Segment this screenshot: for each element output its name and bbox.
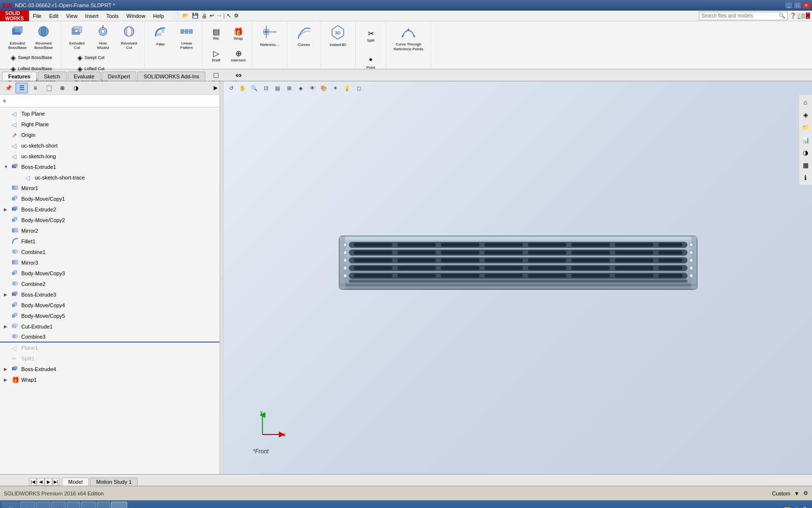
filter-input[interactable] [9,98,218,104]
tree-item-right-plane[interactable]: ◁ Right Plane [0,119,219,130]
tree-item-cut-extrude1[interactable]: ▶ Cut-Extrude1 [0,321,219,332]
close-button[interactable]: ✕ [802,2,810,9]
tree-item-body-move-copy4[interactable]: Body-Move/Copy4 [0,300,219,311]
menu-restore[interactable]: □ [801,13,805,19]
search-box[interactable]: 🔍 [699,12,788,20]
rib-button[interactable]: ▤ Rib [205,23,227,45]
taskbar-solidworks[interactable]: SW [111,502,127,508]
tree-item-boss-extrude1[interactable]: ▼ Boss-Extrude1 [0,162,219,172]
bottom-tab-motion[interactable]: Motion Study 1 [90,478,138,486]
linear-pattern-button[interactable]: Linear Pattern [174,23,199,52]
tree-item-body-move-copy3[interactable]: Body-Move/Copy3 [0,268,219,279]
tree-item-split1[interactable]: ✂ Split1 [0,353,219,364]
tree-item-origin[interactable]: ↗ Origin [0,130,219,140]
tree-item-uc-sketch-long[interactable]: ◁ uc-sketch-long [0,151,219,162]
menu-minimize[interactable]: _ [798,13,800,19]
vp-edit-appearance-btn[interactable]: 🎨 [319,83,329,93]
hole-wizard-button[interactable]: HoleWizard [90,23,116,52]
tree-item-body-move-copy1[interactable]: Body-Move/Copy1 [0,194,219,204]
bottom-nav-prev[interactable]: ◀ [37,478,44,486]
qa-settings[interactable]: ⚙ [233,12,240,20]
tree-item-mirror2[interactable]: Mirror2 [0,225,219,236]
taskbar-monitor[interactable]: 🖥 [67,502,80,508]
vp-apply-scene-btn[interactable]: ◻ [353,83,364,93]
sidebar-chart-btn[interactable]: ◑ [70,83,82,93]
menu-insert[interactable]: Insert [81,11,102,21]
sidebar-pin-btn[interactable]: 📌 [2,83,14,93]
right-icon-parts[interactable]: ◈ [800,109,811,120]
sidebar-props-btn[interactable]: 📋 [43,83,55,93]
split-button[interactable]: ✂ Split [359,23,383,48]
tree-item-body-move-copy2[interactable]: Body-Move/Copy2 [0,215,219,225]
vp-scene-btn[interactable]: ☀ [330,83,341,93]
bottom-nav-next[interactable]: ▶ [44,478,52,486]
tree-item-boss-extrude2[interactable]: ▶ Boss-Extrude2 [0,204,219,215]
curves-button[interactable]: Curves [290,23,317,49]
instant3d-button[interactable]: 3D Instant3D [323,23,352,49]
minimize-button[interactable]: _ [785,2,793,9]
tab-addins[interactable]: SOLIDWORKS Add-Ins [137,72,205,81]
vp-rotate-btn[interactable]: ↺ [226,83,236,93]
tree-item-fillet1[interactable]: Fillet1 [0,236,219,247]
tree-item-uc-sketch-short-trace[interactable]: ◁ uc-sketch-short-trace [0,172,219,183]
window-controls[interactable]: _ □ ✕ [785,2,810,9]
taskbar-msg[interactable]: 💬 [51,502,66,508]
tree-item-uc-sketch-short[interactable]: ◁ uc-sketch-short [0,140,219,151]
qa-select[interactable]: ↖ [226,12,232,20]
swept-boss-button[interactable]: ◈ Swept Boss/Base [5,53,58,63]
tab-evaluate[interactable]: Evaluate [68,72,101,81]
qa-open[interactable]: 📂 [181,12,190,20]
tree-item-combine1[interactable]: Combine1 [0,247,219,257]
qa-print[interactable]: 🖨 [201,12,208,20]
help-icon[interactable]: ❓ [790,13,797,19]
menu-help[interactable]: Help [149,11,168,21]
tree-item-wrap1[interactable]: ▶ 🎁 Wrap1 [0,374,219,385]
right-icon-table[interactable]: ▦ [800,160,811,170]
menu-view[interactable]: View [62,11,82,21]
taskbar-clipboard[interactable]: 📋 [81,502,96,508]
vp-pan-btn[interactable]: ✋ [237,83,248,93]
draft-button[interactable]: ▷ Draft [205,45,227,66]
vp-hide-show-btn[interactable]: 👁 [307,83,318,93]
tree-item-boss-extrude3[interactable]: ▶ Boss-Extrude3 [0,289,219,300]
wrap-button[interactable]: 🎁 Wrap [228,23,249,45]
tree-item-combine3[interactable]: Combine3 [0,332,219,343]
point-button[interactable]: • Point [359,49,383,75]
tab-features[interactable]: Features [2,72,37,81]
sidebar-target-btn[interactable]: ⊕ [56,83,69,93]
bottom-nav-last[interactable]: ▶| [52,478,60,486]
sidebar-tree-btn[interactable]: ☰ [15,83,28,93]
sidebar-expand-btn[interactable]: ▶ [214,85,218,91]
bottom-tab-model[interactable]: Model [62,478,89,486]
tab-sketch[interactable]: Sketch [38,72,67,81]
taskbar-start[interactable]: ⊞ [2,502,19,508]
vp-view-btn[interactable]: ⊞ [284,83,294,93]
taskbar-arrow[interactable]: → [97,502,110,508]
vp-fit-btn[interactable]: ⊡ [261,83,271,93]
qa-redo[interactable]: ↪ [216,12,222,20]
right-icon-pie[interactable]: ◑ [800,147,811,158]
reference-button[interactable]: Referenc... [255,23,284,49]
right-icon-info[interactable]: ℹ [800,172,811,183]
extruded-cut-button[interactable]: ExtrudedCut [64,23,89,52]
fillet-button[interactable]: Fillet [148,23,173,48]
tree-item-boss-extrude4[interactable]: ▶ Boss-Extrude4 [0,364,219,374]
intersect-button[interactable]: ⊕ Intersect [228,45,249,66]
taskbar-explorer[interactable]: 📁 [36,502,50,508]
swept-cut-button[interactable]: ◈ Swept Cut [64,53,117,63]
tree-item-mirror3[interactable]: Mirror3 [0,257,219,268]
extruded-boss-button[interactable]: ExtrudedBoss/Base [5,23,30,52]
tree-item-body-move-copy5[interactable]: Body-Move/Copy5 [0,311,219,321]
revolved-cut-button[interactable]: RevolvedCut [116,23,142,52]
vp-display-btn[interactable]: ◈ [295,83,306,93]
right-icon-chart[interactable]: 📊 [800,134,811,145]
tree-item-top-plane[interactable]: ◁ Top Plane [0,108,219,119]
qa-undo[interactable]: ↩ [209,12,215,20]
right-icon-folder[interactable]: 📁 [800,122,811,133]
tree-item-plane1[interactable]: ◁ Plane1 [0,343,219,353]
tab-dimxpert[interactable]: DimXpert [102,72,136,81]
bottom-nav-first[interactable]: |◀ [29,478,37,486]
menu-edit[interactable]: Edit [45,11,62,21]
search-input[interactable] [701,13,779,18]
maximize-button[interactable]: □ [794,2,801,9]
